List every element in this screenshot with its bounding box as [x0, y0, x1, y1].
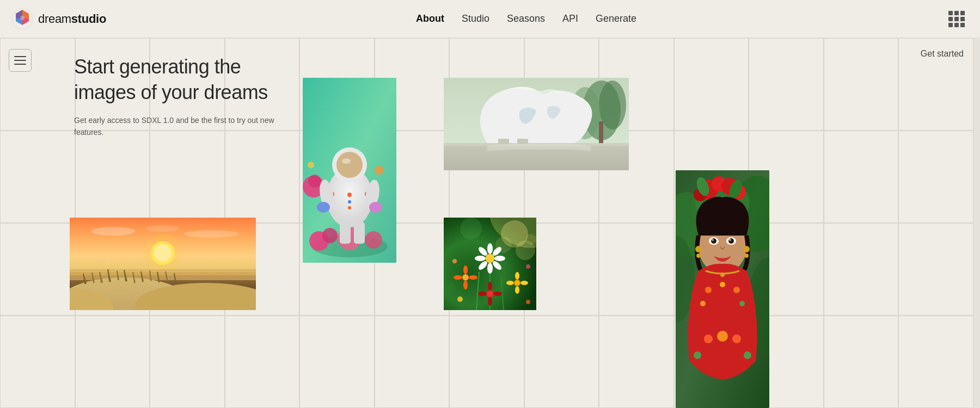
- svg-point-8: [365, 231, 382, 249]
- frida-svg: [676, 170, 769, 408]
- nav-link-seasons[interactable]: Seasons: [507, 13, 545, 24]
- svg-point-105: [463, 275, 468, 280]
- nav-link-about[interactable]: About: [416, 13, 444, 24]
- nav-link-api[interactable]: API: [562, 13, 578, 24]
- svg-point-113: [515, 272, 519, 280]
- svg-point-104: [469, 275, 477, 280]
- navbar: dreamstudio About Studio Seasons API Gen…: [0, 0, 980, 38]
- svg-point-70: [694, 351, 701, 359]
- svg-point-64: [700, 301, 706, 306]
- svg-point-58: [696, 254, 701, 258]
- svg-point-60: [744, 254, 749, 258]
- svg-point-63: [733, 287, 740, 293]
- astronaut-image: [303, 78, 396, 263]
- svg-point-116: [520, 281, 528, 285]
- svg-point-61: [705, 287, 712, 293]
- nav-link-studio[interactable]: Studio: [462, 13, 489, 24]
- svg-rect-35: [498, 139, 509, 144]
- sunset-svg: [70, 218, 256, 310]
- hero-text-section: Start generating the images of your drea…: [74, 54, 281, 138]
- svg-point-55: [728, 238, 734, 244]
- sunset-image: [70, 218, 256, 310]
- svg-rect-24: [340, 222, 351, 244]
- svg-point-18: [348, 200, 351, 203]
- svg-point-10: [308, 175, 321, 188]
- svg-point-117: [514, 280, 520, 286]
- flowers-image: [444, 218, 536, 310]
- get-started-link[interactable]: Get started: [921, 49, 964, 59]
- svg-point-102: [463, 281, 468, 289]
- svg-point-109: [478, 292, 487, 296]
- svg-point-67: [704, 335, 713, 343]
- svg-point-15: [336, 152, 363, 178]
- main-content: Start generating the images of your drea…: [0, 0, 980, 408]
- flowers-svg: [444, 218, 536, 310]
- svg-point-2: [20, 16, 24, 20]
- architecture-svg: [444, 78, 629, 170]
- svg-point-68: [717, 331, 728, 342]
- svg-point-62: [720, 282, 725, 287]
- logo-icon: [11, 8, 34, 30]
- svg-point-88: [460, 218, 482, 239]
- svg-point-121: [526, 300, 530, 304]
- frida-image: [676, 170, 769, 408]
- svg-point-66: [720, 273, 725, 277]
- hero-title: Start generating the images of your drea…: [74, 54, 281, 106]
- architecture-image: [444, 78, 629, 170]
- logo[interactable]: dreamstudio: [11, 8, 106, 30]
- svg-point-108: [488, 297, 492, 306]
- svg-point-16: [342, 158, 351, 164]
- hero-subtitle: Get early access to SDXL 1.0 and be the …: [74, 114, 281, 139]
- svg-point-65: [739, 301, 745, 306]
- svg-point-91: [487, 243, 493, 254]
- svg-point-56: [729, 239, 731, 241]
- svg-point-57: [695, 246, 702, 252]
- svg-point-119: [526, 264, 530, 269]
- svg-point-69: [732, 335, 741, 343]
- svg-point-93: [475, 256, 486, 261]
- grid-icon: [948, 11, 965, 27]
- svg-rect-25: [354, 222, 365, 244]
- svg-point-59: [743, 246, 750, 252]
- nav-links: About Studio Seasons API Generate: [416, 13, 636, 24]
- svg-point-81: [91, 227, 135, 236]
- svg-point-71: [744, 351, 751, 359]
- svg-rect-33: [599, 121, 603, 143]
- hamburger-icon: [14, 56, 26, 57]
- svg-point-83: [146, 225, 179, 232]
- svg-point-101: [463, 265, 468, 274]
- svg-point-120: [457, 296, 463, 302]
- svg-point-26: [375, 166, 383, 175]
- svg-point-94: [494, 256, 505, 261]
- svg-point-75: [144, 234, 182, 272]
- nav-right: [946, 9, 967, 29]
- svg-point-107: [488, 282, 492, 290]
- svg-point-114: [515, 286, 519, 294]
- svg-point-99: [486, 254, 494, 263]
- logo-text: dreamstudio: [38, 12, 106, 26]
- svg-point-17: [347, 193, 352, 197]
- hamburger-icon: [14, 64, 26, 65]
- svg-point-52: [711, 238, 716, 244]
- svg-point-27: [308, 162, 314, 168]
- sidebar-toggle-button[interactable]: [9, 49, 32, 72]
- svg-point-103: [454, 275, 462, 280]
- svg-point-115: [506, 281, 514, 285]
- svg-point-6: [322, 228, 338, 243]
- svg-point-19: [348, 206, 351, 209]
- svg-point-111: [487, 290, 493, 297]
- svg-rect-36: [517, 139, 528, 144]
- svg-point-110: [493, 292, 502, 296]
- svg-point-82: [184, 230, 238, 238]
- svg-rect-77: [70, 271, 256, 275]
- svg-point-22: [317, 202, 330, 213]
- svg-point-118: [452, 259, 457, 263]
- svg-point-92: [487, 263, 493, 274]
- svg-point-23: [369, 202, 382, 213]
- astronaut-svg: [303, 78, 396, 263]
- apps-button[interactable]: [946, 9, 967, 29]
- svg-point-53: [712, 239, 714, 241]
- hamburger-icon: [14, 60, 26, 61]
- nav-link-generate[interactable]: Generate: [596, 13, 636, 24]
- svg-point-123: [525, 234, 536, 245]
